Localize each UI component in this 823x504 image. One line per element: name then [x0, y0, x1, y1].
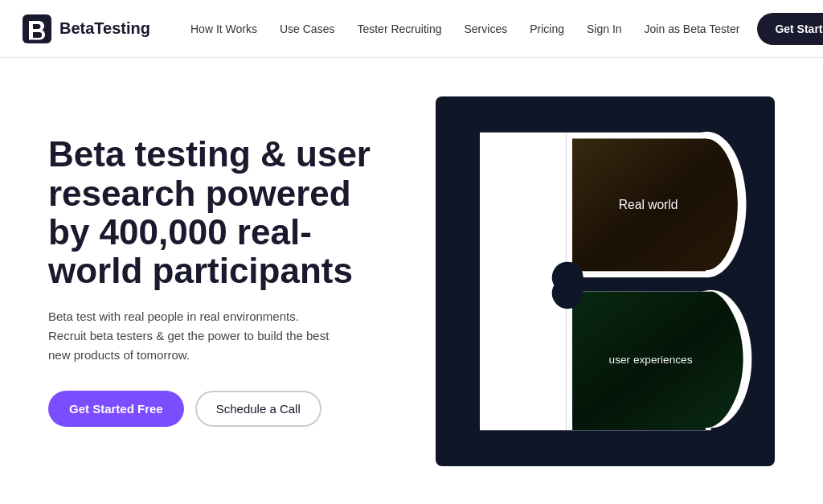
hero-buttons: Get Started Free Schedule a Call	[48, 391, 387, 427]
nav-services[interactable]: Services	[452, 23, 518, 35]
nav-use-cases[interactable]: Use Cases	[268, 23, 346, 35]
hero-content: Beta testing & user research powered by …	[48, 135, 387, 427]
svg-text:Real world: Real world	[619, 198, 678, 211]
logo-icon	[23, 14, 51, 43]
nav-how-it-works[interactable]: How It Works	[179, 23, 268, 35]
hero-schedule-call-button[interactable]: Schedule a Call	[195, 391, 321, 427]
nav-sign-in[interactable]: Sign In	[575, 23, 633, 35]
nav-tester-recruiting[interactable]: Tester Recruiting	[346, 23, 452, 35]
hero-get-started-button[interactable]: Get Started Free	[48, 391, 184, 427]
hero-subtext: Beta test with real people in real envir…	[48, 307, 338, 365]
navbar: BetaTesting How It Works Use Cases Teste…	[0, 0, 823, 58]
hero-heading: Beta testing & user research powered by …	[48, 135, 387, 291]
nav-get-started-button[interactable]: Get Started Free	[757, 13, 823, 45]
nav-links: How It Works Use Cases Tester Recruiting…	[179, 23, 751, 35]
svg-point-20	[552, 277, 583, 309]
nav-join-beta[interactable]: Join as Beta Tester	[633, 23, 751, 35]
logo-link[interactable]: BetaTesting	[23, 14, 150, 43]
nav-pricing[interactable]: Pricing	[518, 23, 575, 35]
hero-b-graphic: Real world user experiences	[448, 109, 762, 454]
hero-graphic: Real world user experiences	[436, 96, 775, 466]
brand-name: BetaTesting	[59, 19, 150, 38]
hero-section: Beta testing & user research powered by …	[0, 58, 823, 504]
svg-text:user experiences: user experiences	[609, 354, 693, 366]
